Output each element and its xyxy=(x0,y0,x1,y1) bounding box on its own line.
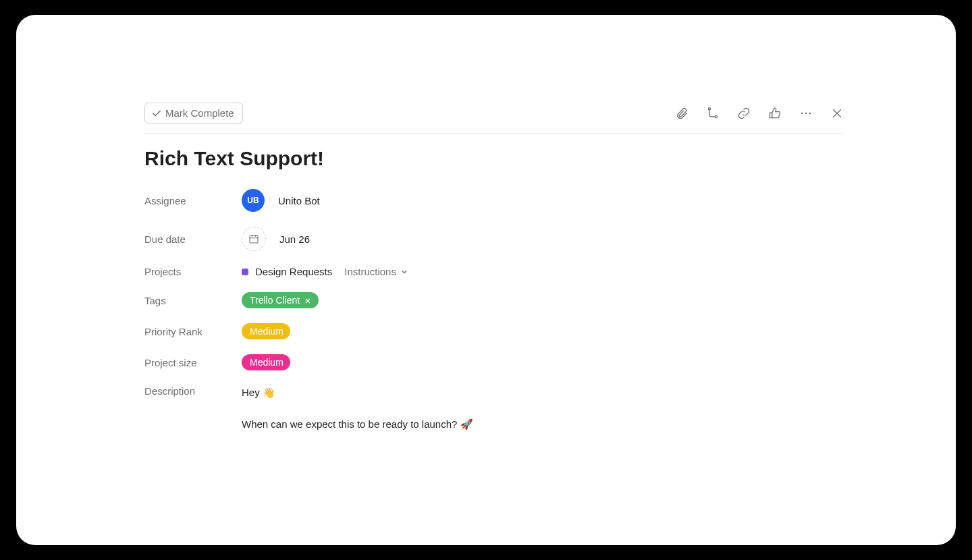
mark-complete-button[interactable]: Mark Complete xyxy=(144,103,243,123)
tags-value[interactable]: Trello Client xyxy=(242,292,319,308)
project-size-value[interactable]: Medium xyxy=(242,354,290,370)
priority-row: Priority Rank Medium xyxy=(144,323,844,339)
subtask-icon[interactable] xyxy=(705,106,720,121)
project-section-name: Instructions xyxy=(344,266,396,277)
project-size-label: Project size xyxy=(144,357,242,368)
project-size-text: Medium xyxy=(250,357,284,368)
priority-value[interactable]: Medium xyxy=(242,323,290,339)
avatar: UB xyxy=(242,189,265,212)
project-section-dropdown[interactable]: Instructions xyxy=(344,266,408,277)
svg-point-3 xyxy=(805,112,807,114)
due-date-text: Jun 26 xyxy=(279,233,310,245)
check-icon xyxy=(152,109,161,118)
tags-label: Tags xyxy=(144,295,242,306)
mark-complete-label: Mark Complete xyxy=(165,107,234,119)
priority-label: Priority Rank xyxy=(144,326,242,337)
assignee-label: Assignee xyxy=(144,195,242,206)
chevron-down-icon xyxy=(400,268,408,276)
description-line: When can we expect this to be ready to l… xyxy=(242,417,473,432)
attachment-icon[interactable] xyxy=(674,106,689,121)
calendar-icon xyxy=(242,227,266,251)
project-size-chip[interactable]: Medium xyxy=(242,354,290,370)
projects-label: Projects xyxy=(144,266,242,277)
priority-text: Medium xyxy=(250,326,284,337)
task-title[interactable]: Rich Text Support! xyxy=(144,147,844,170)
description-line: Hey 👋 xyxy=(242,385,473,401)
assignee-value[interactable]: UB Unito Bot xyxy=(242,189,320,212)
svg-point-4 xyxy=(809,112,811,114)
description-label: Description xyxy=(144,385,242,397)
assignee-name: Unito Bot xyxy=(278,195,320,206)
link-icon[interactable] xyxy=(736,106,751,121)
projects-row: Projects Design Requests Instructions xyxy=(144,266,844,277)
svg-point-2 xyxy=(801,112,803,114)
project-size-row: Project size Medium xyxy=(144,354,844,370)
project-name: Design Requests xyxy=(255,266,332,277)
more-icon[interactable] xyxy=(799,106,813,121)
like-icon[interactable] xyxy=(767,106,782,121)
tag-name: Trello Client xyxy=(250,295,300,306)
svg-point-1 xyxy=(715,115,717,117)
due-date-row: Due date Jun 26 xyxy=(144,227,844,251)
projects-value[interactable]: Design Requests Instructions xyxy=(242,266,408,277)
task-detail-card: Mark Complete Rich Text Support! xyxy=(16,15,956,545)
tag-chip[interactable]: Trello Client xyxy=(242,292,319,308)
project-dot-icon xyxy=(242,269,248,275)
description-row: Description Hey 👋 When can we expect thi… xyxy=(144,385,844,432)
due-date-value[interactable]: Jun 26 xyxy=(242,227,310,251)
task-toolbar: Mark Complete xyxy=(144,103,844,134)
due-date-label: Due date xyxy=(144,233,242,245)
remove-tag-icon[interactable] xyxy=(304,296,312,304)
priority-chip[interactable]: Medium xyxy=(242,323,290,339)
tags-row: Tags Trello Client xyxy=(144,292,844,308)
task-actions xyxy=(674,106,844,121)
close-icon[interactable] xyxy=(830,106,844,121)
description-value[interactable]: Hey 👋 When can we expect this to be read… xyxy=(242,385,473,432)
svg-rect-5 xyxy=(250,235,258,243)
assignee-row: Assignee UB Unito Bot xyxy=(144,189,844,212)
